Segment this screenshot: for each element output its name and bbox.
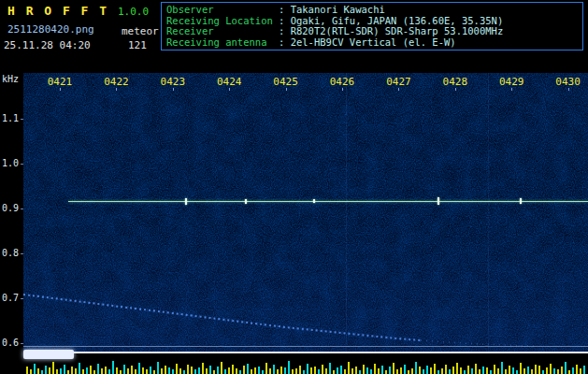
signal-bar: [512, 367, 514, 374]
signal-bar: [135, 369, 136, 374]
signal-bar: [239, 370, 241, 374]
signal-bar: [527, 367, 529, 374]
signal-bar: [355, 367, 357, 374]
signal-bar: [441, 368, 443, 374]
echo-count: 121: [128, 39, 147, 51]
time-label: 0430: [555, 76, 581, 88]
signal-bar: [419, 367, 421, 374]
signal-bar: [329, 363, 331, 374]
signal-bar: [105, 367, 107, 374]
time-tick: [511, 88, 512, 91]
signal-bar: [157, 362, 159, 374]
signal-bar: [344, 369, 346, 374]
signal-bar: [168, 367, 170, 374]
signal-bar: [213, 370, 215, 374]
signal-bar: [288, 361, 290, 374]
signal-bar: [79, 363, 80, 374]
signal-bar: [34, 364, 36, 374]
signal-bar: [430, 367, 432, 374]
time-tick: [455, 88, 456, 91]
signal-bar: [538, 366, 540, 374]
signal-bar: [232, 365, 234, 374]
app-title: H R O F F T: [7, 4, 108, 18]
strong-signal-blob: [23, 350, 74, 359]
freq-tick: [21, 164, 23, 165]
signal-bar: [30, 369, 32, 374]
time-tick: [286, 88, 287, 91]
signal-bar: [348, 362, 350, 374]
signal-bar: [550, 364, 552, 374]
signal-bar: [378, 368, 380, 374]
signal-bar: [479, 369, 480, 374]
info-box: Observer: Takanori KawachiReceiving Loca…: [161, 2, 583, 50]
signal-bar: [280, 367, 282, 374]
signal-bar: [404, 365, 406, 374]
signal-bar: [127, 368, 129, 374]
signal-bar: [221, 362, 222, 374]
signal-bar: [494, 365, 495, 374]
signal-bar: [209, 366, 211, 374]
signal-bar: [415, 362, 417, 374]
signal-bar: [97, 364, 99, 374]
signal-bar: [366, 367, 368, 374]
signal-bar: [400, 367, 402, 374]
signal-bar: [572, 367, 574, 374]
signal-bar: [467, 366, 469, 374]
screen: H R O F F T 1.0.0 2511280420.png meteor …: [0, 0, 588, 374]
signal-bar: [146, 369, 148, 374]
signal-bar: [60, 368, 62, 374]
freq-tick: [21, 253, 23, 254]
signal-bar: [284, 367, 286, 374]
signal-bar: [75, 368, 77, 374]
signal-bar: [258, 367, 260, 374]
signal-bar: [408, 370, 409, 374]
signal-bar: [120, 370, 122, 374]
app-version: 1.0.0: [118, 6, 149, 18]
signal-bar: [322, 365, 323, 374]
signal-bar: [464, 370, 466, 374]
time-tick: [398, 88, 399, 91]
signal-bar: [299, 366, 301, 374]
signal-bar: [333, 370, 335, 374]
signal-bar: [520, 363, 522, 374]
signal-bar: [247, 364, 249, 374]
time-label: 0423: [161, 76, 186, 88]
carrier-line: [68, 201, 588, 202]
signal-bar: [295, 368, 297, 374]
freq-label: 0.6: [0, 338, 19, 348]
signal-bar: [490, 370, 492, 374]
signal-bar: [228, 367, 230, 374]
signal-strip: [23, 353, 588, 374]
signal-bar: [262, 370, 264, 374]
signal-bar: [236, 368, 237, 374]
signal-bar: [363, 365, 365, 374]
time-label: 0428: [443, 76, 468, 88]
freq-label: 0.8: [0, 248, 19, 258]
datetime-label: 25.11.28 04:20: [4, 39, 91, 51]
signal-bar: [553, 368, 555, 374]
signal-bar: [269, 368, 271, 374]
signal-bar: [194, 369, 196, 374]
lower-glow: [23, 73, 588, 352]
signal-bar: [337, 367, 338, 374]
freq-label: 1.0: [0, 158, 19, 168]
freq-tick: [21, 209, 23, 209]
signal-bar: [198, 367, 200, 374]
time-tick: [342, 88, 343, 91]
info-value: : 2el-HB9CV Vertical (el. E-W): [279, 37, 456, 49]
signal-bar: [138, 363, 140, 374]
info-value: : R820T2(RTL-SDR) SDR-Sharp 53.1000MHz: [279, 26, 503, 37]
signal-bar: [303, 370, 305, 374]
signal-bar: [251, 369, 252, 374]
info-value: : Takanori Kawachi: [279, 5, 385, 16]
signal-bar: [437, 370, 439, 374]
signal-bar: [202, 363, 204, 374]
freq-label: 0.9: [0, 203, 19, 213]
signal-bar: [310, 367, 312, 374]
signal-bar: [265, 363, 267, 374]
signal-bar: [393, 363, 394, 374]
freq-label: 1.1: [0, 113, 19, 123]
signal-bar: [542, 370, 544, 374]
signal-bar: [565, 362, 566, 374]
info-label: Observer: [166, 5, 279, 16]
